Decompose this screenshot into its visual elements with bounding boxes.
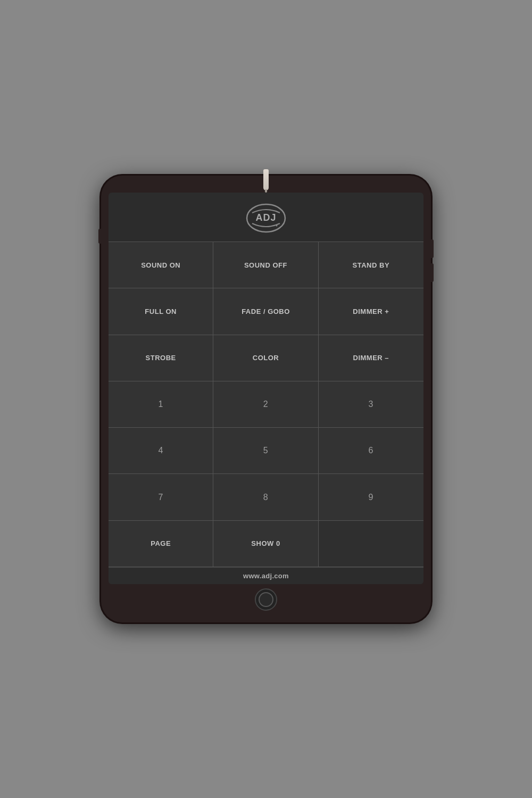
grid-cell-strobe[interactable]: STROBE [109,335,213,381]
grid-cell-show-0[interactable]: SHOW 0 [213,521,318,567]
home-button-inner [259,592,273,607]
grid-cell-btn-4[interactable]: 4 [109,428,213,474]
grid-cell-sound-off[interactable]: SOUND OFF [213,242,318,288]
grid-cell-empty-last [319,521,423,567]
cell-label-sound-on: SOUND ON [141,261,180,269]
cell-label-strobe: STROBE [146,354,176,362]
button-grid: SOUND ONSOUND OFFSTAND BYFULL ONFADE / G… [109,242,423,567]
cell-label-show-0: SHOW 0 [251,539,280,547]
grid-cell-btn-8[interactable]: 8 [213,474,318,520]
logo-area: ADJ [109,193,423,242]
cell-label-btn-1: 1 [158,400,163,409]
cell-label-fade-gobo: FADE / GOBO [242,307,290,315]
volume-up-button[interactable] [431,239,434,258]
tablet-screen: ADJ SOUND ONSOUND OFFSTAND BYFULL ONFADE… [109,193,423,584]
grid-cell-btn-3[interactable]: 3 [319,381,423,428]
cell-label-btn-9: 9 [369,493,373,502]
grid-cell-btn-7[interactable]: 7 [109,474,213,520]
grid-cell-fade-gobo[interactable]: FADE / GOBO [213,288,318,335]
cell-label-dimmer-minus: DIMMER – [353,354,389,362]
mute-button[interactable] [98,229,101,244]
cell-label-btn-8: 8 [263,493,268,502]
cell-label-btn-6: 6 [369,446,373,455]
cell-label-btn-5: 5 [263,446,268,455]
grid-cell-stand-by[interactable]: STAND BY [319,242,423,288]
grid-cell-dimmer-minus[interactable]: DIMMER – [319,335,423,381]
cell-label-full-on: FULL ON [145,307,177,315]
svg-point-2 [276,225,278,227]
cell-label-page: PAGE [151,539,171,547]
grid-cell-btn-5[interactable]: 5 [213,428,318,474]
svg-text:ADJ: ADJ [255,212,276,223]
volume-down-button[interactable] [431,263,434,282]
cell-label-color: COLOR [253,354,279,362]
home-button[interactable] [255,588,277,611]
grid-cell-btn-6[interactable]: 6 [319,428,423,474]
tablet-device: ADJ SOUND ONSOUND OFFSTAND BYFULL ONFADE… [101,176,431,622]
grid-cell-full-on[interactable]: FULL ON [109,288,213,335]
cell-label-btn-4: 4 [158,446,163,455]
cell-label-sound-off: SOUND OFF [244,261,287,269]
website-url: www.adj.com [243,572,289,580]
grid-cell-btn-9[interactable]: 9 [319,474,423,520]
grid-cell-dimmer-plus[interactable]: DIMMER + [319,288,423,335]
cell-label-btn-7: 7 [158,493,163,502]
grid-cell-page[interactable]: PAGE [109,521,213,567]
cell-label-stand-by: STAND BY [353,261,389,269]
grid-cell-btn-2[interactable]: 2 [213,381,318,428]
cell-label-btn-2: 2 [263,400,268,409]
footer: www.adj.com [109,567,423,584]
grid-cell-color[interactable]: COLOR [213,335,318,381]
grid-cell-sound-on[interactable]: SOUND ON [109,242,213,288]
grid-cell-btn-1[interactable]: 1 [109,381,213,428]
adj-logo-svg: ADJ [245,202,287,234]
stylus [263,169,269,190]
cell-label-btn-3: 3 [369,400,373,409]
cell-label-dimmer-plus: DIMMER + [353,307,389,315]
adj-logo: ADJ [245,202,287,234]
